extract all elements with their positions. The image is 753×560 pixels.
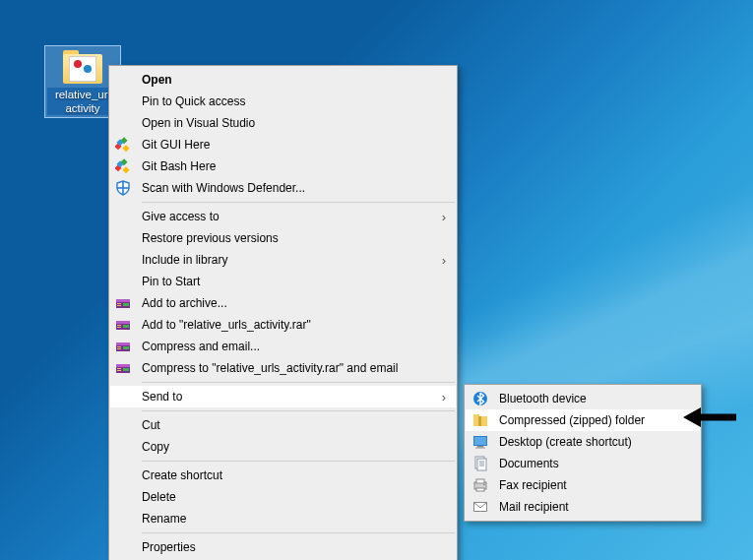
context-menu: Open Pin to Quick access Open in Visual …: [108, 65, 458, 560]
separator: [142, 461, 455, 462]
menu-label: Delete: [142, 490, 176, 504]
menu-cut[interactable]: Cut: [110, 414, 456, 436]
zip-folder-icon: [471, 411, 489, 429]
shield-icon: [114, 179, 132, 197]
svg-rect-2: [122, 145, 129, 152]
menu-compress-email[interactable]: Compress and email...: [110, 336, 456, 357]
menu-label: Pin to Quick access: [142, 94, 245, 108]
menu-restore-previous[interactable]: Restore previous versions: [110, 227, 456, 249]
submenu-mail[interactable]: Mail recipient: [466, 496, 700, 518]
menu-properties[interactable]: Properties: [110, 536, 456, 558]
svg-rect-23: [117, 348, 121, 349]
menu-compress-named-email[interactable]: Compress to "relative_urls_activity.rar"…: [110, 357, 456, 379]
submenu-compressed-folder[interactable]: Compressed (zipped) folder: [466, 409, 700, 431]
git-icon: [114, 136, 132, 154]
svg-point-50: [483, 484, 485, 486]
menu-git-gui[interactable]: Git GUI Here: [110, 134, 456, 156]
separator: [142, 410, 455, 411]
menu-label: Pin to Start: [142, 275, 200, 288]
menu-give-access[interactable]: Give access to›: [110, 206, 456, 227]
menu-open-visual-studio[interactable]: Open in Visual Studio: [110, 112, 456, 134]
winrar-icon: [114, 359, 132, 377]
menu-label: Compressed (zipped) folder: [499, 413, 645, 427]
svg-rect-43: [477, 459, 486, 470]
chevron-right-icon: ›: [442, 210, 446, 224]
svg-rect-18: [117, 327, 121, 328]
separator: [142, 382, 455, 383]
svg-rect-6: [122, 166, 129, 173]
svg-rect-24: [123, 346, 129, 349]
mail-icon: [471, 498, 489, 516]
svg-rect-48: [476, 479, 484, 483]
menu-pin-quick-access[interactable]: Pin to Quick access: [110, 91, 456, 112]
menu-label: Git GUI Here: [142, 138, 210, 152]
svg-rect-26: [116, 364, 130, 367]
menu-label: Add to archive...: [142, 296, 227, 310]
menu-defender[interactable]: Scan with Windows Defender...: [110, 177, 456, 199]
menu-git-bash[interactable]: Git Bash Here: [110, 156, 456, 177]
chevron-right-icon: ›: [442, 390, 446, 404]
menu-label: Give access to: [142, 210, 220, 223]
svg-rect-13: [117, 305, 121, 306]
svg-rect-9: [117, 187, 129, 189]
menu-copy[interactable]: Copy: [110, 436, 456, 458]
send-to-submenu: Bluetooth device Compressed (zipped) fol…: [464, 384, 702, 522]
menu-label: Send to: [142, 390, 182, 404]
submenu-documents[interactable]: Documents: [466, 453, 700, 474]
svg-rect-21: [116, 342, 130, 345]
menu-label: Scan with Windows Defender...: [142, 181, 305, 195]
menu-open[interactable]: Open: [110, 69, 456, 91]
svg-rect-12: [117, 303, 121, 304]
menu-include-library[interactable]: Include in library›: [110, 249, 456, 271]
menu-delete[interactable]: Delete: [110, 486, 456, 508]
menu-label: Open in Visual Studio: [142, 116, 255, 130]
menu-pin-start[interactable]: Pin to Start: [110, 271, 456, 292]
svg-rect-34: [479, 417, 480, 418]
menu-create-shortcut[interactable]: Create shortcut: [110, 465, 456, 486]
submenu-bluetooth[interactable]: Bluetooth device: [466, 388, 700, 409]
menu-label: Include in library: [142, 253, 227, 267]
desktop-icon: [471, 433, 489, 451]
menu-label: Fax recipient: [499, 478, 567, 492]
svg-rect-28: [117, 370, 121, 371]
svg-rect-11: [116, 299, 130, 302]
submenu-desktop-shortcut[interactable]: Desktop (create shortcut): [466, 431, 700, 453]
menu-label: Desktop (create shortcut): [499, 435, 632, 449]
svg-rect-27: [117, 368, 121, 369]
svg-rect-14: [123, 303, 129, 306]
separator: [142, 202, 455, 203]
submenu-fax[interactable]: Fax recipient: [466, 474, 700, 496]
winrar-icon: [114, 316, 132, 334]
menu-label: Copy: [142, 440, 169, 454]
menu-label: Rename: [142, 512, 186, 526]
svg-rect-17: [117, 325, 121, 326]
menu-label: Documents: [499, 457, 559, 470]
svg-rect-35: [479, 419, 480, 420]
svg-rect-41: [475, 448, 485, 449]
menu-label: Properties: [142, 540, 196, 554]
menu-label: Compress and email...: [142, 340, 260, 353]
menu-label: Create shortcut: [142, 468, 222, 482]
menu-label: Git Bash Here: [142, 159, 216, 173]
menu-label: Add to "relative_urls_activity.rar": [142, 318, 311, 332]
separator: [142, 532, 455, 533]
svg-rect-22: [117, 346, 121, 347]
annotation-arrow: [683, 405, 738, 429]
menu-label: Compress to "relative_urls_activity.rar"…: [142, 361, 398, 375]
svg-rect-19: [123, 325, 129, 328]
svg-rect-36: [479, 421, 480, 422]
git-icon: [114, 157, 132, 175]
menu-add-named-rar[interactable]: Add to "relative_urls_activity.rar": [110, 314, 456, 336]
chevron-right-icon: ›: [442, 253, 446, 268]
menu-add-archive[interactable]: Add to archive...: [110, 292, 456, 314]
svg-marker-53: [683, 407, 701, 427]
svg-rect-49: [476, 488, 484, 491]
fax-icon: [471, 476, 489, 494]
menu-label: Bluetooth device: [499, 392, 587, 405]
svg-rect-39: [474, 437, 486, 445]
menu-send-to[interactable]: Send to›: [110, 386, 456, 407]
menu-label: Open: [142, 73, 172, 87]
svg-rect-40: [477, 446, 483, 448]
svg-rect-16: [116, 321, 130, 324]
menu-rename[interactable]: Rename: [110, 508, 456, 529]
